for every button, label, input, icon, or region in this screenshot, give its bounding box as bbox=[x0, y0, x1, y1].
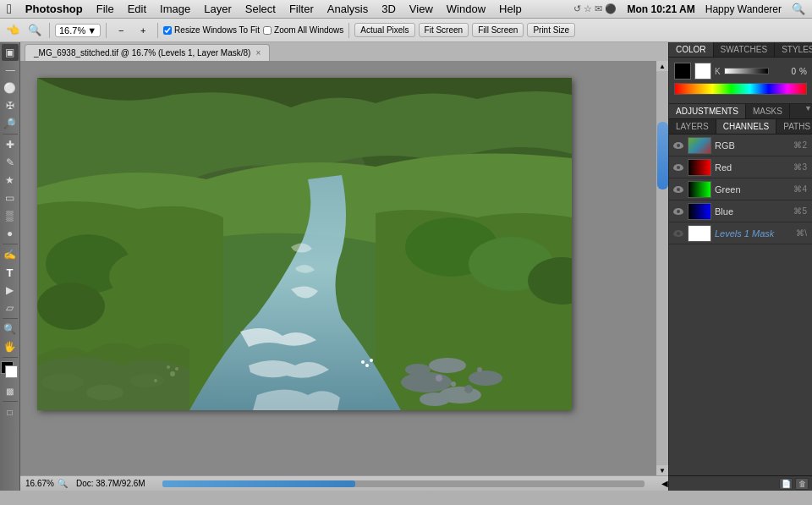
bg-swatch[interactable] bbox=[694, 63, 711, 80]
scroll-left-icon[interactable]: ◀ bbox=[661, 479, 668, 488]
delete-channel-btn[interactable]: 🗑 bbox=[795, 478, 809, 490]
fg-swatch[interactable] bbox=[674, 63, 691, 80]
menu-photoshop[interactable]: Photoshop bbox=[19, 1, 90, 17]
tab-layers[interactable]: LAYERS bbox=[669, 119, 716, 134]
channel-red[interactable]: Red ⌘3 bbox=[669, 156, 812, 178]
eyedropper-tool[interactable]: 🔎 bbox=[2, 115, 19, 132]
adj-panel-collapse[interactable]: ▼ bbox=[804, 104, 812, 118]
quick-mask-icon[interactable]: ▩ bbox=[2, 382, 19, 399]
fit-screen-btn[interactable]: Fit Screen bbox=[419, 23, 469, 37]
progress-bar bbox=[162, 480, 355, 487]
tab-paths[interactable]: PATHS bbox=[776, 119, 812, 134]
apple-menu[interactable]:  bbox=[7, 2, 12, 17]
svg-point-6 bbox=[37, 283, 105, 330]
channel-rgb-label: RGB bbox=[715, 140, 790, 151]
document-tab[interactable]: _MG_6938_stitched.tif @ 16.7% (Levels 1,… bbox=[25, 44, 270, 61]
gradient-tool[interactable]: ▒ bbox=[2, 207, 19, 224]
eye-rgb[interactable] bbox=[672, 140, 684, 151]
eye-red-icon bbox=[673, 164, 683, 171]
zoom-out-icon[interactable]: − bbox=[112, 21, 130, 40]
menu-filter[interactable]: Filter bbox=[283, 1, 321, 17]
heal-tool[interactable]: ✚ bbox=[2, 136, 19, 153]
actual-pixels-btn[interactable]: Actual Pixels bbox=[354, 23, 414, 37]
eraser-tool[interactable]: ▭ bbox=[2, 189, 19, 206]
eye-blue[interactable] bbox=[672, 206, 684, 217]
canvas-scroll-area[interactable] bbox=[20, 61, 656, 475]
scroll-up-arrow[interactable]: ▲ bbox=[656, 61, 669, 71]
channel-blue-shortcut: ⌘5 bbox=[793, 206, 807, 216]
eye-green-icon bbox=[673, 186, 683, 193]
right-panel: COLOR SWATCHES STYLES ▼ K 0 % bbox=[668, 42, 812, 491]
zoom-all-check[interactable]: Zoom All Windows bbox=[263, 25, 343, 35]
search-icon[interactable]: 🔍 bbox=[792, 3, 805, 15]
tool-sep2 bbox=[3, 244, 18, 244]
vertical-scrollbar[interactable]: ▲ ▼ bbox=[656, 61, 668, 475]
new-channel-btn[interactable]: 📄 bbox=[779, 478, 793, 490]
scroll-down-arrow[interactable]: ▼ bbox=[656, 465, 669, 475]
svg-point-12 bbox=[469, 371, 502, 386]
channel-blue[interactable]: Blue ⌘5 bbox=[669, 200, 812, 222]
menu-help[interactable]: Help bbox=[492, 1, 529, 17]
screen-mode-icon[interactable]: □ bbox=[2, 403, 19, 420]
svg-point-18 bbox=[464, 385, 473, 393]
hand-canvas-tool[interactable]: 🖐 bbox=[2, 338, 19, 355]
print-size-btn[interactable]: Print Size bbox=[527, 23, 575, 37]
eye-mask[interactable] bbox=[672, 228, 684, 239]
resize-windows-check[interactable]: Resize Windows To Fit bbox=[163, 25, 260, 35]
tab-swatches[interactable]: SWATCHES bbox=[714, 42, 776, 57]
menu-select[interactable]: Select bbox=[239, 1, 283, 17]
menu-3d[interactable]: 3D bbox=[375, 1, 403, 17]
tab-masks[interactable]: MASKS bbox=[746, 104, 790, 118]
color-panel-content: K 0 % bbox=[669, 58, 812, 103]
sep4 bbox=[348, 23, 349, 38]
eye-red[interactable] bbox=[672, 162, 684, 173]
channel-rgb[interactable]: RGB ⌘2 bbox=[669, 134, 812, 156]
status-bar: 16.67% 🔍 Doc: 38.7M/92.6M ◀ ▶ bbox=[20, 475, 668, 491]
channel-red-label: Red bbox=[715, 162, 790, 173]
quick-select-tool[interactable]: ⚪ bbox=[2, 80, 19, 96]
tab-channels[interactable]: CHANNELS bbox=[716, 119, 776, 134]
selection-tool[interactable]: ▣ bbox=[2, 44, 19, 61]
hand-tool-icon[interactable]: 👈 bbox=[3, 21, 22, 40]
brush-tool[interactable]: ✎ bbox=[2, 154, 19, 171]
zoom-canvas-tool[interactable]: 🔍 bbox=[2, 321, 19, 338]
fg-color-row: K 0 % bbox=[674, 63, 807, 80]
tab-adjustments[interactable]: ADJUSTMENTS bbox=[669, 104, 746, 118]
fill-screen-btn[interactable]: Fill Screen bbox=[472, 23, 524, 37]
path-select-tool[interactable]: ▶ bbox=[2, 282, 19, 299]
menu-layer[interactable]: Layer bbox=[197, 1, 239, 17]
zoom-icon-small[interactable]: 🔍 bbox=[58, 479, 68, 488]
shape-tool[interactable]: ▱ bbox=[2, 299, 19, 316]
channel-green[interactable]: Green ⌘4 bbox=[669, 178, 812, 200]
dodge-tool[interactable]: ● bbox=[2, 225, 19, 242]
document-info: Doc: 38.7M/92.6M bbox=[76, 479, 145, 488]
menu-analysis[interactable]: Analysis bbox=[321, 1, 375, 17]
eye-green[interactable] bbox=[672, 184, 684, 195]
menu-view[interactable]: View bbox=[403, 1, 440, 17]
k-label: K bbox=[715, 67, 721, 76]
clock: Mon 10:21 AM bbox=[628, 3, 695, 15]
menu-window[interactable]: Window bbox=[440, 1, 492, 17]
stamp-tool[interactable]: ★ bbox=[2, 172, 19, 189]
pen-tool[interactable]: ✍ bbox=[2, 246, 19, 263]
zoom-dropdown[interactable]: 16.7% ▼ bbox=[55, 24, 101, 37]
color-spectrum[interactable] bbox=[674, 83, 807, 95]
zoom-in-icon[interactable]: + bbox=[134, 21, 152, 40]
fg-bg-colors[interactable] bbox=[1, 361, 19, 380]
menu-edit[interactable]: Edit bbox=[121, 1, 153, 17]
tab-styles[interactable]: STYLES bbox=[775, 42, 812, 57]
k-value: 0 bbox=[772, 67, 796, 76]
zoom-icon[interactable]: 🔍 bbox=[25, 21, 44, 40]
menu-image[interactable]: Image bbox=[153, 1, 197, 17]
close-tab-icon[interactable]: × bbox=[255, 48, 261, 58]
crop-tool[interactable]: ✠ bbox=[2, 97, 19, 114]
scroll-thumb[interactable] bbox=[657, 122, 668, 189]
lasso-tool[interactable]: ⸻ bbox=[2, 62, 19, 79]
tab-color[interactable]: COLOR bbox=[669, 42, 714, 57]
text-tool[interactable]: T bbox=[2, 264, 19, 281]
menu-file[interactable]: File bbox=[90, 1, 121, 17]
left-toolbar: ▣ ⸻ ⚪ ✠ 🔎 ✚ ✎ ★ ▭ ▒ ● ✍ T ▶ ▱ 🔍 🖐 ▩ □ bbox=[0, 42, 20, 491]
k-slider[interactable] bbox=[724, 68, 769, 74]
channel-levels-mask[interactable]: Levels 1 Mask ⌘\ bbox=[669, 222, 812, 244]
channel-green-label: Green bbox=[715, 184, 790, 195]
